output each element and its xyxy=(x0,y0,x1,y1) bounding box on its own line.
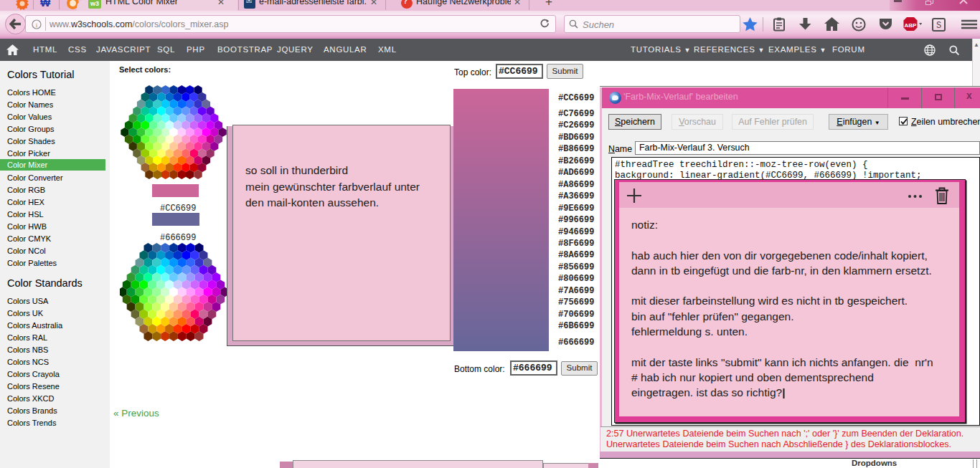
svg-text:ABP: ABP xyxy=(905,22,918,29)
svg-text:S: S xyxy=(936,21,941,31)
svg-text:i: i xyxy=(36,22,38,29)
